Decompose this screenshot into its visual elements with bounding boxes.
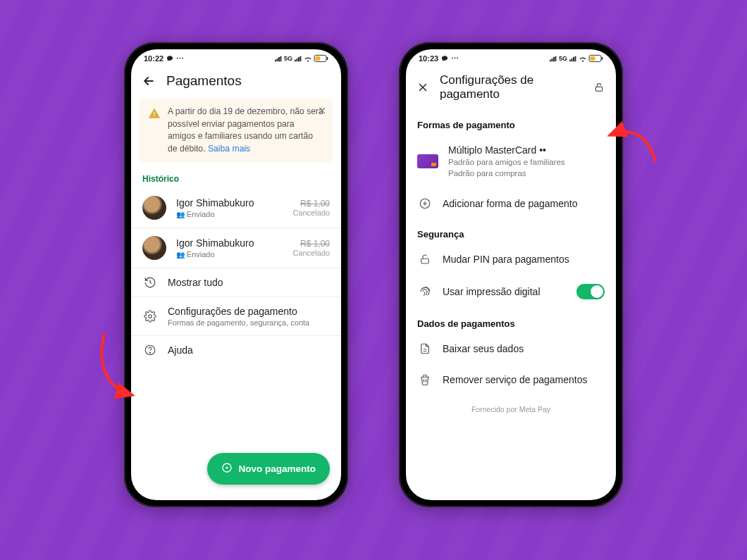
section-data-label: Dados de pagamentos [406,309,616,333]
help-label: Ajuda [168,344,193,356]
card-name: Múltiplo MasterCard •• [448,144,605,156]
signal-icon [550,56,557,62]
document-icon [417,342,433,355]
close-icon[interactable] [317,106,327,120]
new-payment-button[interactable]: Novo pagamento [207,453,330,485]
settings-sub: Formas de pagamento, segurança, conta [168,318,330,328]
status-time: 10:23 [419,54,438,63]
lock-open-icon [417,253,433,266]
status: Cancelado [292,209,330,217]
svg-rect-8 [602,57,603,61]
status-bar: 10:22 ⋯ 5G [131,49,341,68]
fingerprint-label: Usar impressão digital [443,286,567,297]
signal2-icon [569,56,576,62]
history-item[interactable]: Igor Shimabukuro 👥 Enviado R$ 1,00 Cance… [131,188,341,228]
card-sub2: Padrão para compras [448,168,605,179]
close-icon[interactable] [416,81,430,94]
show-all-label: Mostrar tudo [168,277,223,288]
avatar [142,196,166,220]
history-icon [142,276,158,289]
more-icon: ⋯ [451,54,459,63]
plus-circle-icon [417,197,433,210]
chat-icon [441,55,448,62]
card-sub1: Padrão para amigos e familiares [448,157,605,168]
chat-icon [166,55,173,62]
settings-title: Configurações de pagamento [168,305,330,318]
lock-icon[interactable] [592,82,606,93]
battery-icon [589,55,603,62]
svg-rect-10 [595,87,602,91]
add-method-label: Adicionar forma de pagamento [443,198,577,209]
footer-note: Fornecido por Meta Pay [406,395,616,423]
section-methods-label: Formas de pagamento [406,110,616,135]
sent-icon: 👥 [176,211,187,218]
card-row[interactable]: Múltiplo MasterCard •• Padrão para amigo… [406,135,616,188]
more-icon: ⋯ [176,54,184,63]
network-label: 5G [284,55,292,62]
amount: R$ 1,00 [292,239,330,249]
card-thumbnail-icon [417,154,438,168]
contact-name: Igor Shimabukuro [176,197,283,209]
history-label: Histórico [131,168,341,188]
svg-point-5 [149,352,150,353]
network-label: 5G [559,55,567,62]
signal-icon [275,56,282,62]
trash-icon [417,373,433,386]
wifi-icon [304,56,312,62]
change-pin-row[interactable]: Mudar PIN para pagamentos [406,244,616,275]
page-title: Pagamentos [166,73,242,89]
svg-rect-1 [327,57,328,61]
download-data-row[interactable]: Baixar seus dados [406,333,616,364]
status: Cancelado [292,249,330,257]
warning-banner: A partir do dia 19 de dezembro, não será… [140,99,333,163]
signal2-icon [295,56,302,62]
help-row[interactable]: Ajuda [131,335,341,364]
payment-settings-row[interactable]: Configurações de pagamento Formas de pag… [131,297,341,335]
change-pin-label: Mudar PIN para pagamentos [443,254,569,265]
learn-more-link[interactable]: Saiba mais [208,144,250,154]
help-icon [142,344,158,356]
contact-name: Igor Shimabukuro [176,237,283,249]
phone-frame: 10:23 ⋯ 5G [399,42,623,507]
amount: R$ 1,00 [292,199,330,209]
new-payment-label: Novo pagamento [238,463,316,474]
svg-point-3 [149,315,152,318]
svg-rect-12 [421,259,429,263]
app-header: Configurações de pagamento [406,68,616,110]
section-security-label: Segurança [406,219,616,244]
remove-service-row[interactable]: Remover serviço de pagamentos [406,364,616,395]
app-header: Pagamentos [131,68,341,97]
sent-icon: 👥 [176,251,187,259]
fingerprint-row[interactable]: Usar impressão digital [406,275,616,309]
remove-service-label: Remover serviço de pagamentos [443,374,587,385]
back-arrow-icon[interactable] [141,74,156,88]
wifi-icon [579,56,587,62]
warning-icon [148,107,161,156]
plus-currency-icon [221,462,233,475]
phone-frame: 10:22 ⋯ 5G [124,42,348,507]
svg-rect-2 [316,56,321,61]
download-data-label: Baixar seus dados [443,343,524,354]
gear-icon [142,310,158,323]
show-all-row[interactable]: Mostrar tudo [131,268,341,297]
add-method-row[interactable]: Adicionar forma de pagamento [406,188,616,219]
phone-left: 10:22 ⋯ 5G [124,42,348,507]
page-title: Configurações de pagamento [440,73,582,101]
phone-right: 10:23 ⋯ 5G [399,42,623,507]
warning-text: A partir do dia 19 de dezembro, não será… [168,106,324,156]
fingerprint-toggle[interactable] [576,284,605,299]
history-item[interactable]: Igor Shimabukuro 👥 Enviado R$ 1,00 Cance… [131,228,341,268]
status-time: 10:22 [144,54,163,63]
status-bar: 10:23 ⋯ 5G [406,49,616,68]
svg-rect-9 [591,56,595,61]
battery-icon [314,55,328,62]
fingerprint-icon [417,285,433,298]
avatar [142,236,166,260]
